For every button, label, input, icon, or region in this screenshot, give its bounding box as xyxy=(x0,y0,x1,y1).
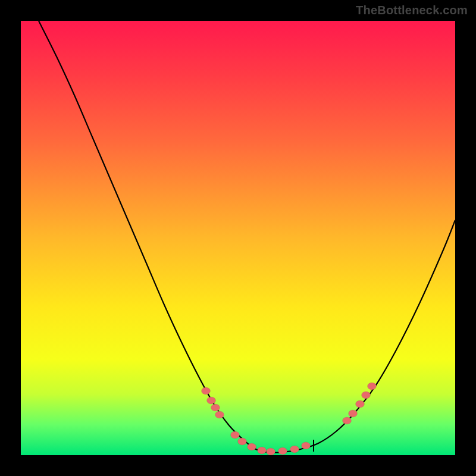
curve-dot xyxy=(368,383,377,390)
curve-dot xyxy=(211,404,220,411)
curve-dot xyxy=(267,448,275,455)
curve-dot xyxy=(258,447,267,454)
curve-dot xyxy=(207,397,216,404)
curve-dot xyxy=(356,400,365,408)
curve-dot xyxy=(278,447,287,455)
curve-dot xyxy=(202,387,211,394)
curve-dot xyxy=(248,443,256,450)
curve-dot xyxy=(215,411,224,418)
bottleneck-curve xyxy=(39,21,455,453)
plot-area xyxy=(21,21,455,455)
curve-svg xyxy=(21,21,455,455)
curve-dots xyxy=(202,383,377,455)
attribution-text: TheBottleneck.com xyxy=(356,4,468,17)
chart-frame: TheBottleneck.com xyxy=(0,0,476,476)
curve-dot xyxy=(349,410,358,417)
curve-dot xyxy=(238,438,247,445)
curve-dot xyxy=(290,446,299,453)
curve-dot xyxy=(302,442,311,449)
curve-dot xyxy=(362,392,371,399)
curve-dot xyxy=(343,417,352,424)
curve-dot xyxy=(231,431,240,439)
